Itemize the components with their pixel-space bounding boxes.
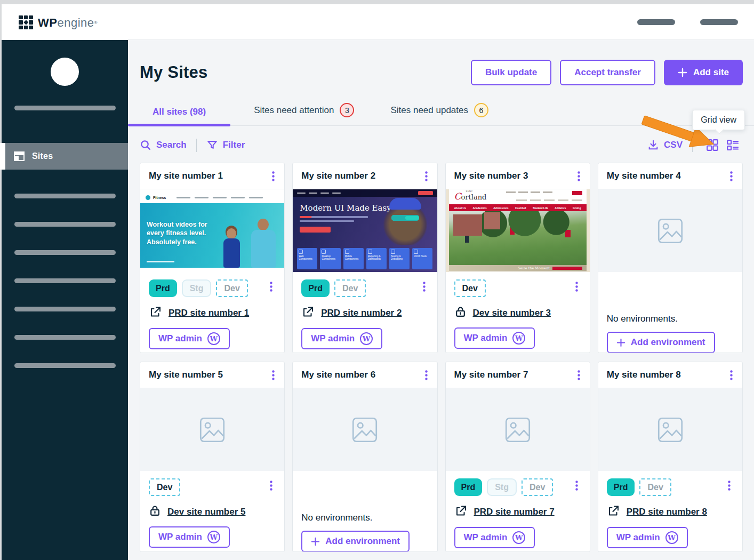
env-pill-stg[interactable]: Stg (487, 478, 517, 496)
toolbar: Search Filter CSV (140, 134, 743, 156)
site-card-title: My site number 3 (454, 171, 528, 181)
main-content: My Sites Bulk update Accept transfer Add… (128, 40, 754, 560)
card-menu-button[interactable] (422, 169, 431, 183)
add-site-button[interactable]: Add site (664, 60, 743, 85)
environment-link[interactable]: Dev site number 5 (167, 507, 245, 517)
wp-admin-button[interactable]: WP admin W (149, 328, 230, 349)
site-card-title: My site number 6 (301, 370, 375, 380)
card-menu-button[interactable] (574, 169, 583, 183)
site-card: My site number 1 Fitness Workout videos … (140, 163, 285, 353)
sidebar-placeholder (14, 363, 116, 368)
thumb-search-button (572, 191, 582, 195)
kebab-icon (577, 171, 580, 181)
card-menu-button[interactable] (269, 169, 278, 183)
env-pill-dev[interactable]: Dev (149, 478, 180, 496)
environment-link[interactable]: PRD site number 7 (474, 507, 555, 517)
site-thumbnail (140, 388, 284, 471)
env-pill-prd[interactable]: Prd (149, 279, 177, 297)
thumb-hero: Workout videos for every fitness level. … (140, 203, 284, 268)
kebab-icon (425, 370, 428, 380)
tab-all-sites[interactable]: All sites (98) (128, 107, 230, 125)
env-pill-dev[interactable]: Dev (216, 279, 247, 297)
wp-admin-button[interactable]: WP admin W (454, 327, 535, 349)
environment-menu-button[interactable] (420, 279, 429, 294)
card-menu-button[interactable] (269, 368, 278, 382)
sidebar-placeholder (14, 194, 116, 198)
kebab-icon (425, 171, 428, 181)
card-menu-button[interactable] (727, 169, 736, 183)
top-nav-placeholder[interactable] (637, 19, 675, 25)
plus-icon (616, 338, 625, 347)
env-pill-dev[interactable]: Dev (454, 279, 486, 297)
thumb-person (220, 228, 244, 268)
kebab-icon (270, 481, 272, 491)
env-pill-dev[interactable]: Dev (334, 279, 366, 297)
thumb-brand: CortlandSUNY (454, 191, 487, 202)
sites-grid: My site number 1 Fitness Workout videos … (140, 163, 743, 552)
environment-link[interactable]: Dev site number 3 (473, 308, 551, 318)
tab-sites-need-attention[interactable]: Sites need attention 3 (241, 103, 367, 125)
thumb-nav (177, 197, 263, 198)
environment-link[interactable]: PRD site number 1 (169, 308, 249, 318)
wp-admin-button[interactable]: WP admin W (301, 328, 382, 349)
avatar[interactable] (51, 58, 79, 86)
environment-menu-button[interactable] (725, 478, 734, 493)
top-nav-placeholder[interactable] (700, 19, 738, 25)
environment-link[interactable]: PRD site number 8 (627, 507, 707, 517)
card-menu-button[interactable] (422, 368, 431, 382)
env-pill-stg[interactable]: Stg (182, 279, 212, 297)
environment-menu-button[interactable] (267, 279, 276, 294)
site-card-title: My site number 7 (454, 370, 528, 380)
launch-icon (301, 306, 315, 318)
sidebar-placeholder (14, 307, 116, 311)
env-pill-prd[interactable]: Prd (607, 478, 635, 496)
env-pill-prd[interactable]: Prd (301, 279, 330, 297)
filter-button[interactable]: Filter (206, 139, 245, 151)
wp-admin-button[interactable]: WP admin W (607, 527, 688, 548)
filter-icon (206, 139, 218, 151)
kebab-icon (270, 282, 272, 292)
wp-admin-button[interactable]: WP admin W (454, 527, 535, 548)
accept-transfer-button[interactable]: Accept transfer (560, 60, 655, 85)
site-card-title: My site number 8 (607, 370, 681, 380)
tab-sites-need-updates[interactable]: Sites need updates 6 (378, 103, 501, 125)
thumb-tiles: Web Components Desktop Components Mobile… (297, 248, 432, 269)
list-view-button[interactable] (723, 139, 743, 151)
environment-link[interactable]: PRD site number 2 (321, 308, 402, 318)
env-pill-prd[interactable]: Prd (454, 478, 483, 496)
thumb-nav: About Us Academics Admissions Cost/Aid S… (449, 204, 587, 211)
thumb-site-header (293, 189, 437, 197)
environment-menu-button[interactable] (267, 478, 276, 493)
sites-icon (14, 151, 25, 161)
add-environment-button[interactable]: Add environment (607, 332, 715, 353)
kebab-icon (728, 481, 731, 491)
grid-view-button[interactable] (702, 139, 723, 151)
add-environment-button[interactable]: Add environment (301, 531, 410, 552)
bulk-update-button[interactable]: Bulk update (471, 60, 551, 85)
search-icon (140, 139, 151, 151)
sidebar-placeholder (14, 222, 116, 227)
divider (692, 139, 693, 152)
site-card: My site number 5 Dev Dev site number 5 (140, 362, 285, 552)
grid-view-icon (707, 139, 718, 151)
env-pill-dev[interactable]: Dev (639, 478, 671, 496)
card-menu-button[interactable] (727, 368, 736, 382)
environment-menu-button[interactable] (572, 279, 581, 294)
export-csv-button[interactable]: CSV (647, 139, 683, 151)
kebab-icon (730, 171, 733, 181)
env-pill-dev[interactable]: Dev (522, 478, 553, 496)
kebab-icon (575, 282, 578, 292)
sidebar-item-sites[interactable]: Sites (2, 143, 128, 170)
no-environments-text: No environments. (607, 314, 734, 324)
wp-admin-button[interactable]: WP admin W (149, 526, 230, 548)
kebab-icon (272, 370, 275, 380)
wpengine-logo[interactable]: WPengine® (19, 14, 97, 30)
site-thumbnail: Modern UI Made Easy Web Components Deskt… (293, 189, 437, 272)
site-thumbnail (446, 388, 590, 471)
wordpress-icon: W (512, 531, 525, 544)
site-card-title: My site number 2 (301, 171, 375, 181)
card-menu-button[interactable] (574, 368, 583, 382)
environment-menu-button[interactable] (572, 478, 581, 493)
search-button[interactable]: Search (140, 139, 187, 151)
site-thumbnail (598, 189, 742, 272)
